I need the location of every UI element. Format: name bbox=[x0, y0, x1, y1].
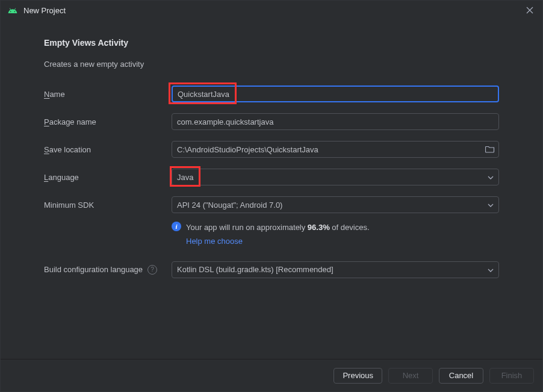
save-location-input[interactable] bbox=[172, 141, 499, 158]
row-package: Package name bbox=[44, 113, 499, 130]
titlebar: New Project bbox=[1, 1, 542, 21]
next-button: Next bbox=[388, 368, 433, 384]
label-language: Language bbox=[44, 173, 172, 182]
window-title: New Project bbox=[23, 6, 526, 15]
sdk-info-text: Your app will run on approximately 96.3%… bbox=[186, 222, 370, 248]
build-lang-select[interactable]: Kotlin DSL (build.gradle.kts) [Recommend… bbox=[172, 261, 499, 278]
android-icon bbox=[8, 6, 17, 16]
row-name: Name bbox=[44, 86, 499, 102]
page-subheading: Creates a new empty activity bbox=[44, 60, 499, 69]
label-min-sdk: Minimum SDK bbox=[44, 201, 172, 210]
new-project-dialog: New Project Empty Views Activity Creates… bbox=[0, 0, 543, 392]
chevron-down-icon bbox=[488, 173, 494, 181]
name-input[interactable] bbox=[172, 86, 499, 102]
sdk-info-row: i Your app will run on approximately 96.… bbox=[172, 222, 499, 248]
build-lang-value: Kotlin DSL (build.gradle.kts) [Recommend… bbox=[177, 265, 334, 274]
label-build-lang: Build configuration language ? bbox=[44, 265, 172, 275]
help-icon[interactable]: ? bbox=[147, 265, 157, 275]
row-save-location: Save location bbox=[44, 141, 499, 158]
dialog-content: Empty Views Activity Creates a new empty… bbox=[1, 21, 542, 359]
info-icon: i bbox=[172, 222, 181, 231]
min-sdk-value: API 24 ("Nougat"; Android 7.0) bbox=[177, 201, 282, 210]
language-select[interactable]: Java bbox=[172, 169, 499, 185]
row-language: Language Java bbox=[44, 169, 499, 185]
language-value: Java bbox=[177, 173, 193, 182]
label-save-location: Save location bbox=[44, 145, 172, 154]
previous-button[interactable]: Previous bbox=[334, 368, 382, 384]
row-build-lang: Build configuration language ? Kotlin DS… bbox=[44, 261, 499, 278]
cancel-button[interactable]: Cancel bbox=[439, 368, 483, 384]
page-heading: Empty Views Activity bbox=[44, 38, 499, 48]
browse-folder-icon[interactable] bbox=[485, 145, 495, 155]
row-min-sdk: Minimum SDK API 24 ("Nougat"; Android 7.… bbox=[44, 196, 499, 213]
package-input[interactable] bbox=[172, 113, 499, 130]
label-package: Package name bbox=[44, 117, 172, 126]
dialog-footer: Previous Next Cancel Finish bbox=[1, 359, 542, 391]
help-me-choose-link[interactable]: Help me choose bbox=[186, 235, 370, 248]
chevron-down-icon bbox=[488, 201, 494, 208]
min-sdk-select[interactable]: API 24 ("Nougat"; Android 7.0) bbox=[172, 196, 499, 213]
close-icon[interactable] bbox=[526, 6, 535, 16]
chevron-down-icon bbox=[488, 266, 494, 273]
finish-button: Finish bbox=[489, 368, 534, 384]
label-name: Name bbox=[44, 90, 172, 99]
